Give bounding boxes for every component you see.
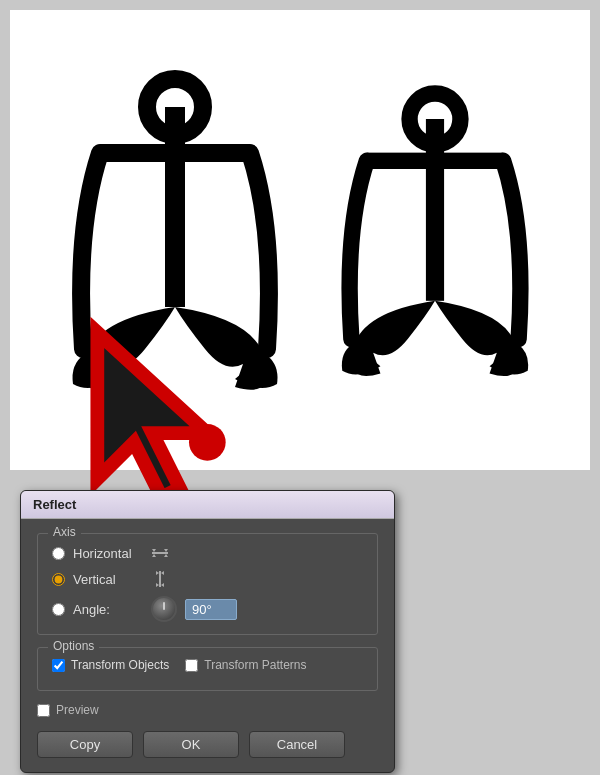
reflect-dialog: Reflect Axis Horizontal [20, 490, 395, 773]
svg-marker-15 [161, 571, 164, 575]
angle-input[interactable] [185, 599, 237, 620]
anchor-right-svg [335, 74, 535, 404]
vertical-label[interactable]: Vertical [73, 572, 143, 587]
anchor-left-svg [65, 69, 285, 409]
horizontal-axis-icon [151, 544, 169, 562]
horizontal-row: Horizontal [52, 544, 363, 562]
transform-patterns-label[interactable]: Transform Patterns [204, 658, 306, 672]
preview-label[interactable]: Preview [56, 703, 99, 717]
vertical-axis-icon [151, 570, 169, 588]
button-row: Copy OK Cancel [37, 731, 378, 758]
horizontal-radio[interactable] [52, 547, 65, 560]
transform-objects-row: Transform Objects Transform Patterns [52, 658, 363, 672]
transform-objects-label[interactable]: Transform Objects [71, 658, 169, 672]
angle-radio[interactable] [52, 603, 65, 616]
svg-rect-8 [152, 552, 168, 554]
svg-marker-16 [156, 583, 159, 587]
copy-button[interactable]: Copy [37, 731, 133, 758]
svg-rect-7 [367, 152, 503, 168]
anchor-left [65, 69, 285, 412]
svg-rect-2 [100, 144, 250, 162]
svg-marker-9 [152, 549, 156, 552]
transform-patterns-checkbox[interactable] [185, 659, 198, 672]
dialog-body: Axis Horizontal Vertical [21, 519, 394, 772]
anchor-right [335, 74, 535, 407]
vertical-radio[interactable] [52, 573, 65, 586]
angle-row: Angle: [52, 596, 363, 622]
svg-point-4 [189, 424, 226, 461]
angle-knob[interactable] [151, 596, 177, 622]
axis-label: Axis [48, 525, 81, 539]
svg-marker-10 [152, 554, 156, 557]
axis-section: Axis Horizontal Vertical [37, 533, 378, 635]
horizontal-label[interactable]: Horizontal [73, 546, 143, 561]
dialog-title: Reflect [21, 491, 394, 519]
svg-marker-14 [156, 571, 159, 575]
options-section: Options Transform Objects Transform Patt… [37, 647, 378, 691]
artboard [10, 10, 590, 470]
svg-rect-13 [159, 571, 161, 587]
preview-row: Preview [37, 703, 378, 717]
svg-marker-12 [164, 554, 168, 557]
vertical-row: Vertical [52, 570, 363, 588]
canvas-area [0, 0, 600, 480]
preview-checkbox[interactable] [37, 704, 50, 717]
angle-label[interactable]: Angle: [73, 602, 143, 617]
options-label: Options [48, 639, 99, 653]
dialog-title-text: Reflect [33, 497, 76, 512]
svg-rect-6 [426, 119, 444, 301]
svg-marker-11 [164, 549, 168, 552]
svg-marker-17 [161, 583, 164, 587]
transform-objects-checkbox[interactable] [52, 659, 65, 672]
ok-button[interactable]: OK [143, 731, 239, 758]
svg-rect-1 [165, 107, 185, 307]
cancel-button[interactable]: Cancel [249, 731, 345, 758]
